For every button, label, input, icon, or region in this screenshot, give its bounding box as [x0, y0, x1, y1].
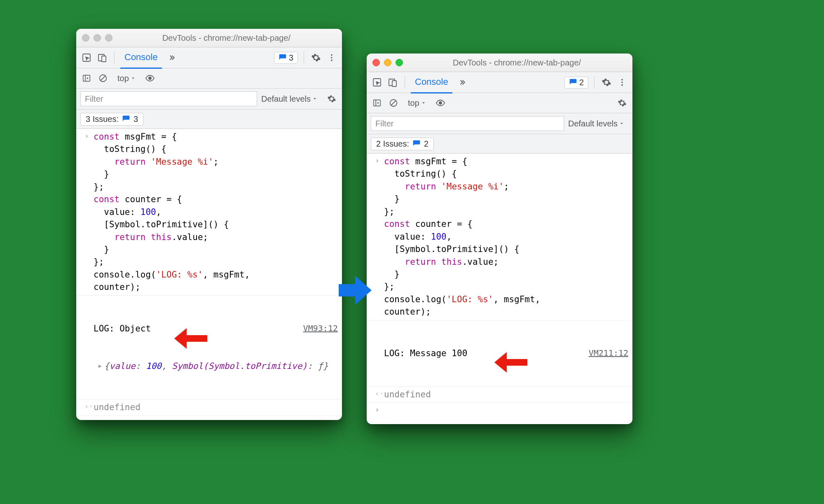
tab-console[interactable]: Console [411, 72, 452, 93]
svg-point-14 [621, 84, 623, 86]
window-controls[interactable] [82, 34, 112, 42]
console-input-row[interactable]: › const msgFmt = { toString() { return '… [367, 154, 632, 320]
console-input-row[interactable]: › const msgFmt = { toString() { return '… [76, 129, 342, 296]
main-toolbar: Console 2 [367, 72, 632, 93]
titlebar: DevTools - chrome://new-tab-page/ [367, 54, 632, 72]
minimize-dot[interactable] [94, 34, 101, 42]
close-dot[interactable] [372, 59, 380, 66]
svg-rect-11 [392, 81, 396, 86]
context-selector[interactable]: top [408, 98, 426, 108]
filter-input[interactable] [80, 91, 257, 106]
console-prompt-row[interactable]: › [76, 416, 342, 420]
log-output: LOG: Message 100 [384, 347, 589, 359]
console-subbar: top [76, 68, 342, 89]
console-code: const msgFmt = { toString() { return 'Me… [94, 131, 338, 294]
console-body: › const msgFmt = { toString() { return '… [367, 154, 632, 417]
log-source[interactable]: VM93:12 [303, 322, 338, 334]
eye-icon[interactable] [434, 97, 447, 109]
sidebar-toggle-icon[interactable] [80, 72, 93, 84]
svg-rect-2 [102, 56, 106, 62]
log-levels-selector[interactable]: Default levels [568, 119, 624, 128]
log-source[interactable]: VM211:12 [589, 347, 628, 359]
kebab-icon[interactable] [616, 76, 628, 89]
console-prompt-row[interactable]: › [367, 403, 632, 417]
svg-point-4 [331, 57, 332, 58]
svg-point-12 [621, 79, 623, 81]
transition-arrow-icon [339, 276, 372, 306]
device-toggle-icon[interactable] [386, 76, 399, 89]
return-value: undefined [384, 388, 628, 401]
svg-point-8 [149, 77, 151, 79]
more-tabs-icon[interactable] [456, 76, 468, 89]
window-title: DevTools - chrome://new-tab-page/ [407, 58, 627, 68]
kebab-icon[interactable] [325, 51, 338, 64]
minimize-dot[interactable] [384, 59, 391, 66]
log-levels-selector[interactable]: Default levels [261, 94, 317, 104]
console-settings-icon[interactable] [616, 97, 628, 109]
tab-console[interactable]: Console [120, 47, 162, 69]
filter-bar: Default levels [367, 113, 632, 134]
zoom-dot[interactable] [105, 34, 112, 42]
svg-point-13 [621, 82, 623, 83]
console-output-row: LOG: Object VM93:12 ▶ {value: 100, Symbo… [76, 296, 342, 400]
annotation-arrow-right-icon [494, 352, 527, 374]
badge-count: 2 [579, 78, 584, 87]
console-body: › const msgFmt = { toString() { return '… [76, 129, 342, 420]
issues-chip[interactable]: 3 Issues: 3 [80, 113, 143, 126]
annotation-arrow-left-icon [174, 328, 207, 350]
context-selector[interactable]: top [117, 74, 136, 83]
zoom-dot[interactable] [396, 59, 403, 66]
inspect-icon[interactable] [80, 51, 93, 64]
svg-point-17 [439, 102, 442, 104]
eye-icon[interactable] [144, 72, 156, 84]
console-subbar: top [367, 93, 632, 113]
badge-count: 3 [289, 53, 293, 63]
filter-input[interactable] [371, 116, 564, 131]
filter-bar: Default levels [76, 89, 342, 110]
sidebar-toggle-icon[interactable] [371, 97, 383, 109]
issues-chip[interactable]: 2 Issues: 2 [371, 138, 434, 150]
return-value: undefined [94, 401, 338, 413]
device-toggle-icon[interactable] [96, 51, 108, 64]
window-title: DevTools - chrome://new-tab-page/ [117, 33, 336, 43]
gear-icon[interactable] [310, 51, 322, 64]
console-return-row: ‹· undefined [367, 387, 632, 403]
console-settings-icon[interactable] [325, 93, 338, 105]
clear-console-icon[interactable] [97, 72, 109, 84]
console-code: const msgFmt = { toString() { return 'Me… [384, 155, 628, 318]
titlebar: DevTools - chrome://new-tab-page/ [76, 29, 342, 47]
issues-bar: 2 Issues: 2 [367, 134, 632, 154]
issues-bar: 3 Issues: 3 [76, 110, 342, 129]
clear-console-icon[interactable] [387, 97, 400, 109]
svg-point-3 [331, 54, 332, 56]
console-return-row: ‹· undefined [76, 399, 342, 415]
gear-icon[interactable] [600, 76, 613, 89]
issues-badge[interactable]: 3 [274, 52, 298, 64]
object-preview[interactable]: ▶ {value: 100, Symbol(Symbol.toPrimitive… [94, 360, 338, 372]
inspect-icon[interactable] [371, 76, 383, 89]
svg-point-5 [331, 60, 332, 61]
devtools-window-before: DevTools - chrome://new-tab-page/ Consol… [76, 29, 342, 420]
close-dot[interactable] [82, 34, 89, 42]
issues-badge[interactable]: 2 [564, 77, 588, 89]
window-controls[interactable] [372, 59, 403, 66]
main-toolbar: Console 3 [76, 47, 342, 68]
more-tabs-icon[interactable] [165, 51, 178, 64]
